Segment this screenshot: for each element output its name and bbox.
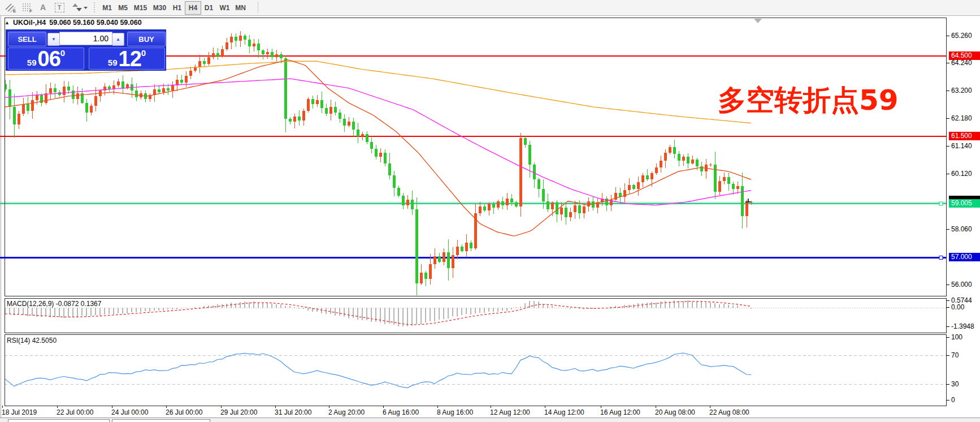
sell-price-prefix: 59 <box>27 57 37 68</box>
buy-price-sup: 0 <box>141 49 146 57</box>
sell-button[interactable]: SELL <box>8 32 46 46</box>
collapse-panel-icon[interactable]: ▲ <box>5 20 10 25</box>
buy-price-prefix: 59 <box>108 57 118 68</box>
buy-price-display[interactable]: 59 12 0 <box>89 48 165 70</box>
chart-tab[interactable] <box>112 419 210 422</box>
one-click-trade-panel: SELL ▼ 1.00 ▲ BUY 59 06 0 59 12 0 <box>6 29 166 71</box>
sell-price-sup: 0 <box>60 49 65 57</box>
buy-price-main: 12 <box>119 49 141 68</box>
sell-price-display[interactable]: 59 06 0 <box>8 48 84 70</box>
volume-increase-button[interactable]: ▲ <box>112 33 124 46</box>
mt4-window: E F A T M1M5M1 <box>0 0 980 422</box>
sell-price-main: 06 <box>38 49 60 68</box>
chart-tab[interactable] <box>8 419 110 422</box>
volume-decrease-button[interactable]: ▼ <box>47 33 60 46</box>
chart-tab-bar <box>0 417 980 422</box>
triangle-down-icon: ▼ <box>51 37 56 42</box>
triangle-up-icon: ▲ <box>116 37 120 42</box>
buy-button[interactable]: BUY <box>127 32 166 46</box>
volume-input[interactable]: 1.00 <box>59 32 112 45</box>
